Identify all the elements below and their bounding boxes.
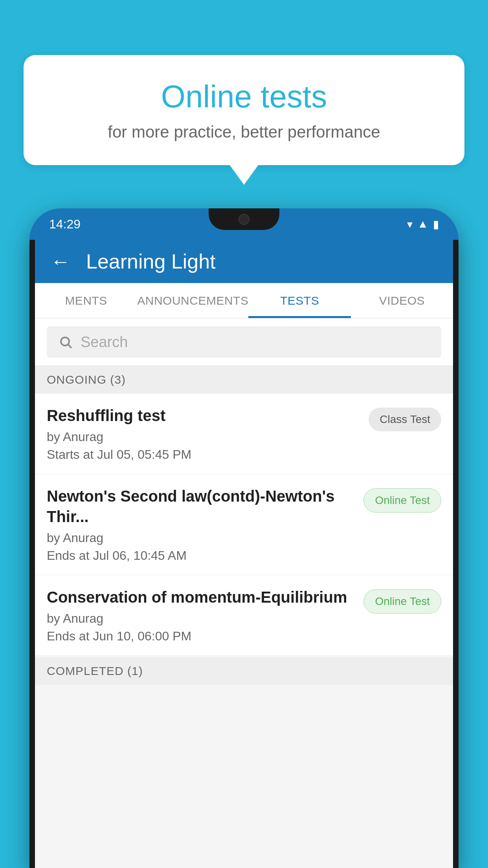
ongoing-section-title: ONGOING (3) (47, 373, 126, 386)
phone-notch (209, 208, 279, 230)
ongoing-section-header: ONGOING (3) (35, 366, 453, 394)
completed-section-title: COMPLETED (1) (47, 664, 143, 677)
tab-tests[interactable]: TESTS (248, 283, 350, 318)
status-time: 14:29 (49, 217, 81, 232)
svg-line-1 (68, 345, 72, 348)
app-title: Learning Light (86, 250, 216, 273)
tabs-bar: MENTS ANNOUNCEMENTS TESTS VIDEOS (35, 283, 453, 318)
test-name: Conservation of momentum-Equilibrium (47, 587, 356, 607)
app-header: ← Learning Light (35, 240, 453, 283)
test-item[interactable]: Conservation of momentum-Equilibrium by … (35, 575, 453, 656)
test-badge-online: Online Test (363, 488, 441, 513)
back-button[interactable]: ← (51, 252, 70, 271)
search-container: Search (35, 318, 453, 366)
camera (238, 214, 250, 225)
test-time: Ends at Jun 10, 06:00 PM (47, 629, 356, 644)
test-author: by Anurag (47, 531, 356, 545)
speech-bubble-container: Online tests for more practice, better p… (24, 55, 464, 165)
bubble-subtitle: for more practice, better performance (55, 123, 433, 142)
tab-videos[interactable]: VIDEOS (351, 283, 453, 318)
completed-section-header: COMPLETED (1) (35, 657, 453, 685)
test-name: Newton's Second law(contd)-Newton's Thir… (47, 486, 356, 527)
status-bar: 14:29 ▾ ▲ ▮ (29, 208, 459, 240)
search-bar[interactable]: Search (47, 326, 441, 358)
search-placeholder: Search (81, 334, 128, 351)
battery-icon: ▮ (433, 218, 439, 231)
tab-ments[interactable]: MENTS (35, 283, 137, 318)
speech-bubble: Online tests for more practice, better p… (24, 55, 464, 165)
signal-icon: ▲ (417, 218, 428, 230)
test-badge-class: Class Test (369, 408, 441, 431)
tab-announcements[interactable]: ANNOUNCEMENTS (137, 283, 248, 318)
phone-frame: 14:29 ▾ ▲ ▮ ← Learning Light MENTS ANNOU… (29, 208, 459, 868)
test-badge-online: Online Test (363, 589, 441, 614)
svg-point-0 (61, 337, 69, 346)
search-icon (59, 335, 73, 349)
test-author: by Anurag (47, 611, 356, 626)
test-info: Reshuffling test by Anurag Starts at Jul… (47, 405, 361, 462)
test-time: Ends at Jul 06, 10:45 AM (47, 548, 356, 563)
test-info: Newton's Second law(contd)-Newton's Thir… (47, 486, 356, 563)
test-author: by Anurag (47, 430, 361, 444)
tests-list: Reshuffling test by Anurag Starts at Jul… (35, 394, 453, 656)
test-item[interactable]: Reshuffling test by Anurag Starts at Jul… (35, 394, 453, 474)
test-name: Reshuffling test (47, 405, 361, 426)
phone-screen: ← Learning Light MENTS ANNOUNCEMENTS TES… (35, 240, 453, 868)
test-item[interactable]: Newton's Second law(contd)-Newton's Thir… (35, 474, 453, 575)
status-icons: ▾ ▲ ▮ (407, 218, 439, 231)
wifi-icon: ▾ (407, 218, 413, 231)
bubble-title: Online tests (55, 79, 433, 115)
test-time: Starts at Jul 05, 05:45 PM (47, 447, 361, 462)
test-info: Conservation of momentum-Equilibrium by … (47, 587, 356, 644)
